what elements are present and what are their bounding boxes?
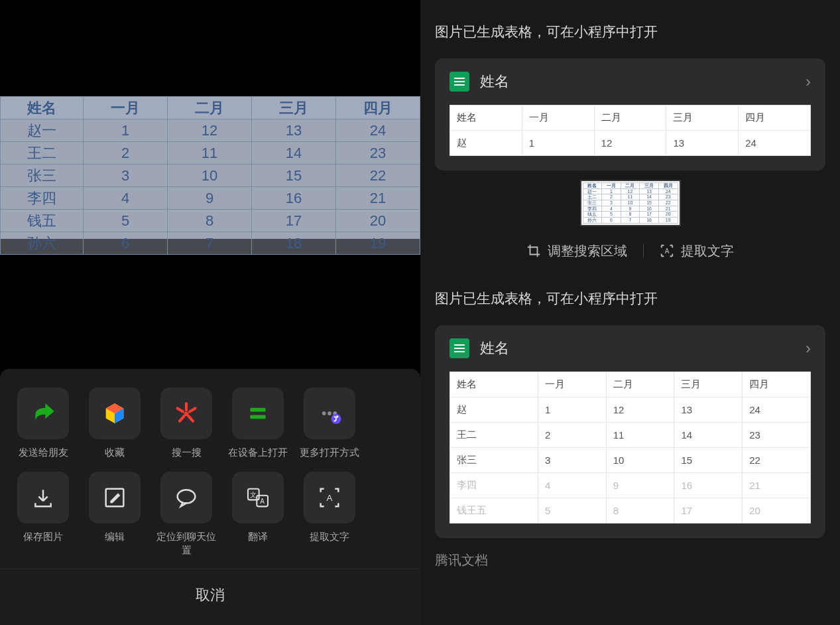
action-label: 发送给朋友 — [19, 446, 68, 459]
table-row: 赵一1121324 — [1, 119, 420, 142]
result-card-1: 姓名 › 姓名一月二月三月四月赵1121324 — [435, 58, 825, 171]
source-table: 姓名一月二月三月四月赵一1121324王二2111423张三3101522李四4… — [0, 96, 420, 255]
open-on-device-button[interactable]: 在设备上打开 — [227, 387, 289, 459]
svg-line-1 — [178, 409, 183, 412]
table-header: 三月 — [666, 105, 739, 131]
table-row: 李四491621 — [583, 206, 678, 212]
table-header: 二月 — [594, 105, 666, 131]
table-row: 李四491621 — [450, 472, 811, 498]
translate-icon: 文A — [232, 472, 284, 523]
table-header: 四月 — [658, 183, 678, 189]
favorite-button[interactable]: 收藏 — [84, 387, 146, 459]
edit-icon — [89, 472, 141, 523]
table-row: 王二2111423 — [450, 422, 811, 447]
action-label: 翻译 — [248, 530, 268, 543]
share-to-friend-button[interactable]: 发送给朋友 — [12, 387, 74, 459]
action-label: 收藏 — [105, 446, 125, 459]
action-label: 提取文字 — [310, 530, 349, 543]
search-button[interactable]: 搜一搜 — [155, 387, 217, 459]
more-open-with-button[interactable]: 更多打开方式 — [298, 387, 361, 459]
svg-point-12 — [336, 416, 338, 418]
card-header-2[interactable]: 姓名 › — [435, 325, 825, 372]
list-icon — [232, 387, 284, 439]
svg-line-2 — [190, 409, 195, 412]
card-title-2: 姓名 — [480, 338, 806, 358]
svg-text:A: A — [260, 498, 265, 505]
extract-text-button[interactable]: A提取文字 — [298, 472, 361, 557]
table-header: 四月 — [336, 97, 420, 119]
table-row: 钱王五581720 — [450, 498, 811, 523]
spreadsheet-icon — [450, 338, 469, 358]
save-image-button[interactable]: 保存图片 — [12, 472, 74, 557]
table-header: 二月 — [168, 97, 252, 119]
tool-row: 调整搜索区域 A 提取文字 — [435, 242, 825, 260]
translate-button[interactable]: 文A翻译 — [227, 472, 289, 557]
table-row: 张三3101522 — [1, 165, 420, 187]
table-row: 王二2111423 — [583, 194, 678, 200]
ocr-icon: A — [660, 243, 674, 258]
edit-button[interactable]: 编辑 — [84, 472, 146, 557]
table-row: 赵一1121324 — [583, 188, 678, 194]
action-label: 定位到聊天位置 — [155, 530, 217, 557]
table-row: 赵1121324 — [450, 397, 811, 422]
info-text-1: 图片已生成表格，可在小程序中打开 — [435, 23, 825, 41]
spreadsheet-icon — [450, 72, 469, 92]
table-row: 赵1121324 — [450, 131, 811, 156]
table-row: 钱五581720 — [1, 210, 420, 232]
table-header: 姓名 — [583, 183, 602, 189]
table-header: 姓名 — [450, 372, 538, 397]
source-thumbnail[interactable]: 姓名一月二月三月四月赵一1121324王二2111423张三3101522李四4… — [580, 180, 681, 226]
svg-text:A: A — [327, 493, 333, 503]
table-header: 三月 — [674, 372, 743, 397]
svg-rect-6 — [250, 408, 265, 412]
svg-point-5 — [184, 412, 189, 417]
action-label: 搜一搜 — [172, 446, 202, 459]
crop-icon — [526, 243, 541, 258]
info-text-2: 图片已生成表格，可在小程序中打开 — [435, 289, 825, 308]
result-table-1: 姓名一月二月三月四月赵1121324 — [450, 105, 811, 156]
share-icon — [17, 387, 69, 439]
svg-point-9 — [328, 411, 331, 415]
table-row: 王二2111423 — [1, 142, 420, 165]
table-header: 姓名 — [450, 105, 522, 131]
table-header: 四月 — [739, 105, 811, 131]
cancel-button[interactable]: 取消 — [0, 569, 420, 625]
table-row: 张三3101522 — [450, 447, 811, 472]
table-header: 一月 — [84, 97, 168, 119]
table-header: 二月 — [621, 183, 640, 189]
adjust-search-area-button[interactable]: 调整搜索区域 — [526, 242, 627, 260]
table-row: 孙六671819 — [583, 218, 678, 224]
separator — [643, 243, 644, 258]
table-header: 姓名 — [1, 97, 84, 119]
chevron-right-icon: › — [806, 339, 811, 358]
svg-line-3 — [180, 416, 184, 421]
table-header: 四月 — [743, 372, 811, 397]
locate-in-chat-button[interactable]: 定位到聊天位置 — [155, 472, 217, 557]
cube-icon — [89, 387, 141, 439]
result-table-2: 姓名一月二月三月四月赵1121324王二2111423张三3101522李四49… — [450, 372, 811, 523]
action-label: 更多打开方式 — [300, 446, 359, 459]
result-panel: 图片已生成表格，可在小程序中打开 姓名 › 姓名一月二月三月四月赵1121324… — [420, 0, 840, 625]
table-row: 孙六671819 — [1, 232, 420, 255]
table-row: 张三3101522 — [583, 200, 678, 206]
extract-text-button[interactable]: A 提取文字 — [660, 242, 734, 260]
card-header-1[interactable]: 姓名 › — [435, 58, 825, 105]
table-header: 一月 — [602, 183, 621, 189]
table-header: 一月 — [538, 372, 606, 397]
svg-text:文: 文 — [250, 491, 257, 498]
spark-icon — [160, 387, 212, 439]
table-header: 三月 — [640, 183, 659, 189]
action-row-1: 发送给朋友收藏搜一搜在设备上打开更多打开方式 — [0, 387, 420, 459]
svg-text:A: A — [665, 247, 670, 255]
ocr-icon: A — [304, 472, 355, 523]
action-row-2: 保存图片编辑定位到聊天位置文A翻译A提取文字 — [0, 472, 420, 557]
svg-point-8 — [322, 411, 326, 415]
action-sheet: 发送给朋友收藏搜一搜在设备上打开更多打开方式 保存图片编辑定位到聊天位置文A翻译… — [0, 369, 420, 625]
table-header: 三月 — [252, 97, 336, 119]
source-image-preview[interactable]: 姓名一月二月三月四月赵一1121324王二2111423张三3101522李四4… — [0, 96, 420, 239]
table-header: 一月 — [522, 105, 594, 131]
table-row: 李四491621 — [1, 187, 420, 210]
svg-rect-7 — [250, 415, 265, 419]
svg-line-4 — [188, 416, 193, 421]
more-icon — [304, 387, 355, 439]
